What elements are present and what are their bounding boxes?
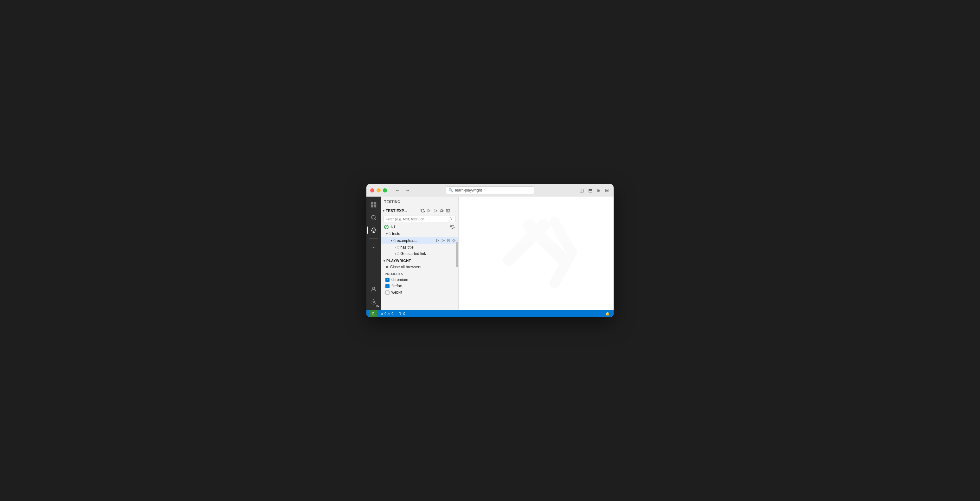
sidebar: TESTING ··· ▾ TEST EXP... xyxy=(381,196,459,310)
get-started-label: Get started link xyxy=(400,251,457,256)
svg-point-9 xyxy=(373,301,375,303)
watch-file-button[interactable] xyxy=(451,238,456,243)
run-file-button[interactable] xyxy=(435,238,440,243)
panel-toggle-button[interactable]: ⬒ xyxy=(587,187,593,194)
terminal-button[interactable] xyxy=(445,208,451,214)
get-started-chevron: › xyxy=(395,252,396,255)
broadcast-icon xyxy=(398,311,402,316)
activity-item-search[interactable] xyxy=(368,212,379,223)
playwright-chevron[interactable]: ▾ xyxy=(383,259,385,263)
close-browsers-label: Close all browsers xyxy=(390,265,421,269)
tree-item-has-title[interactable]: › has title xyxy=(381,244,458,250)
warning-icon: ⚠ xyxy=(387,312,390,316)
forward-button[interactable]: → xyxy=(404,187,412,194)
firefox-checkbox[interactable] xyxy=(385,284,390,288)
svg-marker-17 xyxy=(436,239,438,242)
filter-icon xyxy=(450,217,453,221)
projects-section: PROJECTS chromium firefox webkit xyxy=(381,270,458,297)
split-editor-button[interactable]: ⊞ xyxy=(596,187,601,194)
check-circle-icon: ✓ xyxy=(384,225,388,229)
settings-badge: TE xyxy=(375,304,379,308)
sidebar-title: TESTING xyxy=(384,200,400,204)
example-file-label: example.s... xyxy=(397,238,434,243)
filter-row[interactable] xyxy=(383,215,456,222)
close-button[interactable] xyxy=(370,188,374,193)
activity-bar: ··· TE xyxy=(366,196,381,310)
svg-rect-3 xyxy=(374,205,376,207)
close-icon: ✕ xyxy=(385,265,388,269)
watch-tests-button[interactable] xyxy=(439,208,444,214)
tree-item-tests[interactable]: ▾ tests xyxy=(381,231,458,237)
app-body: ··· TE xyxy=(366,196,614,310)
svg-rect-1 xyxy=(374,202,376,204)
has-title-chevron: › xyxy=(395,246,396,249)
bell-status[interactable]: 🔔 xyxy=(604,310,611,317)
sidebar-scrollbar[interactable] xyxy=(456,242,458,267)
playwright-title: PLAYWRIGHT xyxy=(387,259,456,263)
tree-item-get-started[interactable]: › Get started link xyxy=(381,250,458,257)
vscode-watermark xyxy=(485,202,587,305)
playwright-header: ▾ PLAYWRIGHT xyxy=(381,257,458,264)
project-chromium[interactable]: chromium xyxy=(381,276,458,283)
more-button[interactable]: ··· xyxy=(452,208,457,214)
svg-rect-0 xyxy=(371,202,373,204)
tree-item-example-file[interactable]: ▾ example.s... xyxy=(381,237,458,244)
nav-buttons: ← → xyxy=(393,187,412,194)
errors-status[interactable]: ⊗ 0 ⚠ 0 xyxy=(379,310,395,317)
activity-item-more[interactable]: ··· xyxy=(368,241,379,253)
layout-button[interactable]: ⊟ xyxy=(604,187,610,194)
search-bar[interactable]: 🔍 learn-playwright xyxy=(445,187,535,194)
chromium-checkbox[interactable] xyxy=(385,278,390,282)
remote-icon: ✗ xyxy=(371,312,374,316)
svg-line-5 xyxy=(375,219,376,220)
firefox-label: firefox xyxy=(391,284,402,288)
activity-item-explorer[interactable] xyxy=(368,199,379,211)
tests-status-dot xyxy=(388,233,391,235)
activity-separator xyxy=(369,238,378,239)
error-icon: ⊗ xyxy=(381,312,383,316)
refresh-status-button[interactable] xyxy=(450,224,455,230)
example-file-status-dot xyxy=(393,239,396,242)
debug-tests-button[interactable] xyxy=(433,208,438,214)
maximize-button[interactable] xyxy=(383,188,387,193)
refresh-tests-button[interactable] xyxy=(420,208,425,214)
svg-point-8 xyxy=(373,287,375,289)
sidebar-header: TESTING ··· xyxy=(381,196,458,207)
webkit-label: webkit xyxy=(391,290,402,295)
svg-point-26 xyxy=(400,314,401,314)
run-all-tests-button[interactable] xyxy=(426,208,432,214)
back-button[interactable]: ← xyxy=(393,187,402,194)
example-file-chevron: ▾ xyxy=(391,239,392,242)
get-started-status-dot xyxy=(397,252,399,255)
sidebar-more-button[interactable]: ··· xyxy=(450,198,455,205)
test-explorer-section: ▾ TEST EXP... xyxy=(381,207,458,257)
playwright-section: ▾ PLAYWRIGHT ✕ Close all browsers PROJEC… xyxy=(381,257,458,297)
svg-marker-16 xyxy=(450,217,453,220)
svg-point-13 xyxy=(441,210,442,212)
has-title-label: has title xyxy=(400,245,457,250)
open-file-button[interactable] xyxy=(446,238,451,243)
test-explorer-header: ▾ TEST EXP... xyxy=(381,207,458,215)
bell-icon: 🔔 xyxy=(605,312,610,316)
webkit-checkbox[interactable] xyxy=(385,290,390,295)
filter-input[interactable] xyxy=(386,217,449,221)
debug-file-button[interactable] xyxy=(441,238,445,243)
project-firefox[interactable]: firefox xyxy=(381,283,458,289)
close-browsers-row[interactable]: ✕ Close all browsers xyxy=(381,264,458,270)
remote-status[interactable]: ✗ xyxy=(369,310,377,317)
project-webkit[interactable]: webkit xyxy=(381,289,458,295)
activity-item-settings[interactable]: TE xyxy=(368,296,379,308)
activity-item-account[interactable] xyxy=(368,284,379,295)
example-file-actions xyxy=(435,238,456,243)
test-explorer-chevron[interactable]: ▾ xyxy=(383,209,385,212)
error-count: 0 xyxy=(385,312,387,316)
broadcast-status[interactable]: 0 xyxy=(397,310,406,317)
sidebar-toggle-button[interactable]: ◫ xyxy=(579,187,585,194)
activity-item-testing[interactable] xyxy=(368,225,379,236)
titlebar-actions: ◫ ⬒ ⊞ ⊟ xyxy=(579,187,610,194)
minimize-button[interactable] xyxy=(377,188,381,193)
svg-marker-10 xyxy=(428,209,430,212)
tests-folder-chevron: ▾ xyxy=(386,232,388,236)
test-explorer-actions: ··· xyxy=(420,208,457,214)
warning-count: 0 xyxy=(391,312,393,316)
